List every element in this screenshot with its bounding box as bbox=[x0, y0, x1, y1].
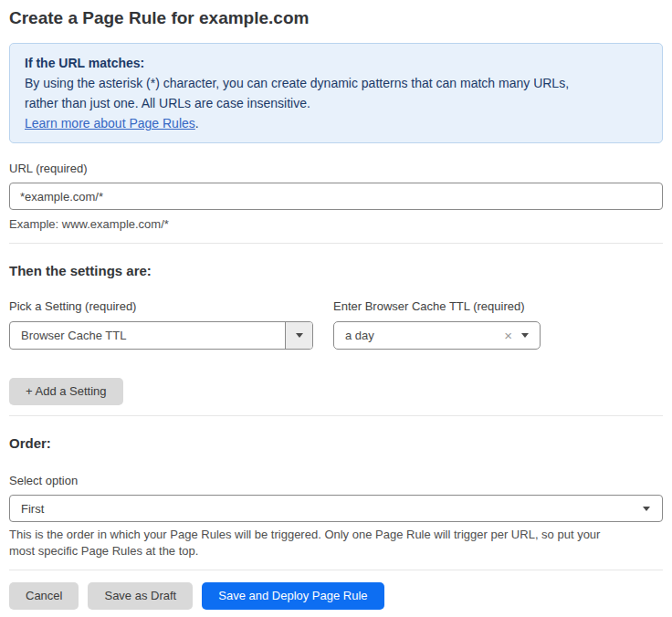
ttl-select-value: a day bbox=[334, 329, 500, 342]
info-box-body-line: By using the asterisk (*) character, you… bbox=[25, 73, 647, 93]
add-setting-button[interactable]: + Add a Setting bbox=[9, 378, 123, 405]
info-box-body-line: rather than just one. All URLs are case … bbox=[25, 93, 647, 113]
chevron-down-glyph bbox=[296, 333, 303, 338]
chevron-down-icon[interactable] bbox=[285, 322, 312, 349]
order-helper-line: This is the order in which your Page Rul… bbox=[9, 527, 663, 543]
learn-more-link[interactable]: Learn more about Page Rules bbox=[25, 116, 195, 131]
chevron-down-glyph bbox=[643, 507, 650, 511]
order-helper: This is the order in which your Page Rul… bbox=[9, 527, 663, 559]
url-match-info-box: If the URL matches: By using the asteris… bbox=[9, 43, 663, 143]
pick-setting-label: Pick a Setting (required) bbox=[9, 299, 313, 313]
save-deploy-button[interactable]: Save and Deploy Page Rule bbox=[202, 582, 383, 610]
order-select-value: First bbox=[10, 502, 643, 516]
footer-divider bbox=[9, 570, 663, 570]
settings-labels-row: Pick a Setting (required) Enter Browser … bbox=[9, 299, 663, 321]
chevron-down-glyph bbox=[521, 333, 529, 338]
browser-cache-ttl-label: Enter Browser Cache TTL (required) bbox=[333, 299, 541, 313]
order-helper-line: most specific Page Rules at the top. bbox=[9, 543, 663, 559]
info-box-heading: If the URL matches: bbox=[25, 53, 647, 73]
create-page-rule-form: Create a Page Rule for example.com If th… bbox=[0, 0, 672, 617]
settings-heading: Then the settings are: bbox=[9, 263, 663, 279]
url-input[interactable] bbox=[9, 183, 663, 210]
setting-select[interactable]: Browser Cache TTL bbox=[9, 321, 313, 350]
ttl-select[interactable]: a day × bbox=[333, 321, 541, 350]
section-divider bbox=[9, 243, 663, 244]
page-title: Create a Page Rule for example.com bbox=[9, 7, 663, 29]
info-box-link-line: Learn more about Page Rules. bbox=[25, 113, 647, 133]
link-period: . bbox=[195, 116, 199, 131]
chevron-down-icon bbox=[643, 507, 662, 511]
url-example-helper: Example: www.example.com/* bbox=[9, 216, 663, 233]
footer-actions: Cancel Save as Draft Save and Deploy Pag… bbox=[9, 582, 663, 610]
setting-select-value: Browser Cache TTL bbox=[10, 329, 285, 342]
settings-selects-row: Browser Cache TTL a day × bbox=[9, 321, 663, 350]
save-draft-button[interactable]: Save as Draft bbox=[88, 582, 193, 610]
cancel-button[interactable]: Cancel bbox=[9, 582, 79, 610]
section-divider bbox=[9, 415, 663, 416]
order-select-label: Select option bbox=[9, 474, 663, 487]
clear-icon[interactable]: × bbox=[500, 329, 521, 342]
chevron-down-icon[interactable] bbox=[521, 333, 540, 338]
order-select[interactable]: First bbox=[9, 495, 663, 522]
url-label: URL (required) bbox=[9, 162, 663, 175]
order-heading: Order: bbox=[9, 435, 663, 452]
